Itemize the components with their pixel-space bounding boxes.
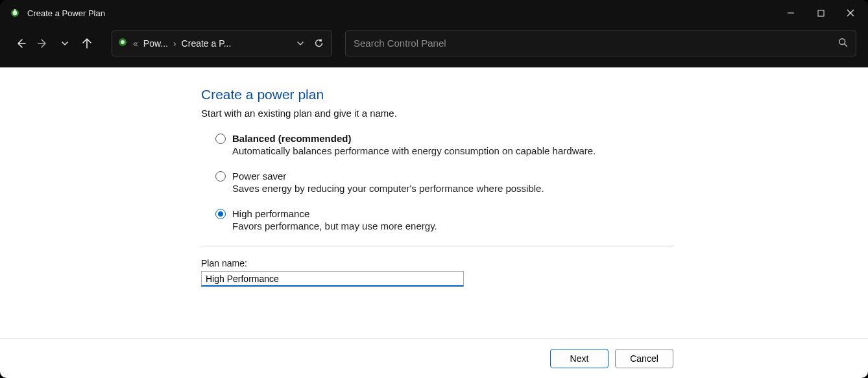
chevron-down-icon <box>296 40 304 47</box>
plan-desc-highperf: Favors performance, but may use more ene… <box>215 220 868 231</box>
refresh-icon <box>314 38 324 48</box>
content-panel: Create a power plan Start with an existi… <box>0 67 868 378</box>
plan-title-balanced[interactable]: Balanced (recommended) <box>232 133 351 144</box>
plan-desc-balanced: Automatically balances performance with … <box>215 145 868 156</box>
divider <box>201 246 673 246</box>
radio-balanced[interactable] <box>215 134 226 144</box>
maximize-button[interactable] <box>806 3 836 23</box>
minimize-icon <box>787 9 795 17</box>
content-area: Create a power plan Start with an existi… <box>0 67 868 323</box>
svg-rect-4 <box>818 10 824 16</box>
forward-button[interactable] <box>34 34 52 53</box>
svg-rect-2 <box>14 9 16 12</box>
back-button[interactable] <box>12 34 30 53</box>
svg-rect-3 <box>788 13 794 14</box>
chevron-right-icon: › <box>172 38 178 49</box>
recent-locations-button[interactable] <box>56 34 74 53</box>
plan-title-highperf[interactable]: High performance <box>232 208 309 219</box>
arrow-left-icon <box>15 38 27 49</box>
plan-title-powersaver[interactable]: Power saver <box>232 171 286 182</box>
plan-option-powersaver: Power saver Saves energy by reducing you… <box>201 171 868 194</box>
address-bar[interactable]: « Pow... › Create a P... <box>112 30 332 56</box>
footer: Next Cancel <box>0 339 868 378</box>
close-button[interactable] <box>836 3 865 23</box>
breadcrumb-overflow[interactable]: « <box>132 38 139 49</box>
arrow-right-icon <box>37 38 49 49</box>
titlebar: Create a Power Plan <box>0 0 868 26</box>
radio-highperf[interactable] <box>215 209 226 219</box>
control-panel-icon <box>117 37 128 49</box>
toolbar: « Pow... › Create a P... <box>0 26 868 67</box>
page-heading: Create a power plan <box>201 87 868 102</box>
plan-desc-powersaver: Saves energy by reducing your computer's… <box>215 183 868 194</box>
breadcrumb-power-options[interactable]: Pow... <box>143 38 168 49</box>
search-input[interactable] <box>354 38 838 49</box>
plan-option-highperf: High performance Favors performance, but… <box>201 208 868 231</box>
arrow-up-icon <box>81 38 93 49</box>
window-title: Create a Power Plan <box>27 8 105 18</box>
next-button[interactable]: Next <box>550 349 609 368</box>
chevron-down-icon <box>60 39 69 48</box>
search-bar[interactable] <box>345 30 856 56</box>
power-options-icon <box>9 7 21 19</box>
address-dropdown-button[interactable] <box>294 34 307 53</box>
svg-point-6 <box>121 40 125 44</box>
up-button[interactable] <box>78 34 96 53</box>
cancel-button[interactable]: Cancel <box>615 349 673 368</box>
search-icon <box>838 38 848 49</box>
breadcrumb-create-plan[interactable]: Create a P... <box>182 38 232 49</box>
radio-powersaver[interactable] <box>215 171 226 182</box>
plan-name-label: Plan name: <box>201 258 868 268</box>
page-subheading: Start with an existing plan and give it … <box>201 108 868 119</box>
maximize-icon <box>817 10 825 17</box>
minimize-button[interactable] <box>776 3 806 23</box>
plan-option-balanced: Balanced (recommended) Automatically bal… <box>201 133 868 156</box>
plan-name-input[interactable] <box>201 271 464 287</box>
refresh-button[interactable] <box>311 34 326 53</box>
window: Create a Power Plan « Pow <box>0 0 868 378</box>
close-icon <box>847 9 854 17</box>
